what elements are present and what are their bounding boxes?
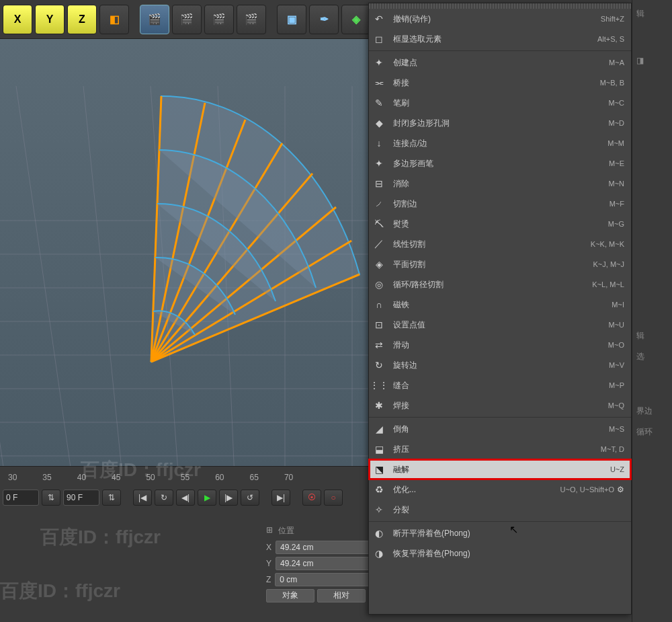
menu-item-循环/路径切割[interactable]: ◎循环/路径切割K~L, M~L (369, 274, 631, 295)
side-select[interactable]: 选 (635, 348, 669, 365)
menu-label: 倒角 (389, 424, 609, 435)
prev-key-button[interactable]: ↻ (155, 490, 173, 506)
animation-tool-1[interactable]: 🎬 (140, 5, 169, 34)
prev-frame-button[interactable]: ◀| (176, 490, 195, 506)
menu-item-磁铁[interactable]: ∩磁铁M~I (369, 295, 631, 315)
menu-item-恢复平滑着色(Phong)[interactable]: ◑恢复平滑着色(Phong) (369, 543, 631, 563)
autokey-button[interactable]: ○ (324, 490, 343, 506)
axis-x-button[interactable]: X (3, 5, 32, 34)
side-edit[interactable]: 辑 (635, 5, 669, 22)
timeline-ruler[interactable]: 3035 4045 5055 6065 70 (3, 469, 366, 485)
frame-current-input[interactable] (63, 490, 99, 506)
menu-item-设置点值[interactable]: ⊡设置点值M~U (369, 315, 631, 335)
menu-label: 滑动 (389, 340, 608, 351)
menu-shortcut: M~S (609, 425, 624, 433)
axis-y-button[interactable]: Y (35, 5, 65, 34)
menu-shortcut: M~Q (608, 401, 624, 410)
next-frame-button[interactable]: |▶ (219, 490, 238, 506)
menu-label: 旋转边 (389, 360, 609, 371)
menu-item-桥接[interactable]: ⫘桥接M~B, B (369, 73, 631, 93)
relative-mode-button[interactable]: 相对 (317, 589, 366, 602)
menu-item-平面切割[interactable]: ◈平面切割K~J, M~J (369, 254, 631, 274)
menu-icon: ✦ (369, 52, 389, 73)
z-label: Z (266, 575, 271, 584)
menu-item-线性切割[interactable]: ／线性切割K~K, M~K (369, 234, 631, 254)
side-boundary[interactable]: 界边 (635, 403, 669, 420)
menu-label: 断开平滑着色(Phong) (389, 528, 624, 539)
record-button[interactable]: ⦿ (302, 490, 321, 506)
svg-line-9 (16, 86, 83, 466)
object-mode-button[interactable]: 对象 (266, 589, 314, 602)
menu-shortcut: M~A (609, 59, 624, 67)
menu-label: 消除 (389, 178, 608, 190)
menu-label: 恢复平滑着色(Phong) (389, 548, 624, 559)
menu-item-断开平滑着色(Phong)[interactable]: ◐断开平滑着色(Phong) (369, 523, 631, 543)
play-button[interactable]: ▶ (198, 490, 216, 506)
menu-item-封闭多边形孔洞[interactable]: ◆封闭多边形孔洞M~D (369, 113, 631, 133)
side-panel: 辑 ◨ 辑 选 界边 循环 (632, 0, 672, 622)
menu-item-滑动[interactable]: ⇄滑动M~O (369, 335, 631, 355)
menu-item-分裂[interactable]: ✧分裂 (369, 500, 631, 520)
menu-icon: ↓ (369, 133, 389, 153)
menu-shortcut: K~L, M~L (592, 280, 624, 288)
menu-shortcut: M~V (609, 361, 624, 369)
spline-pen-button[interactable]: ✒ (309, 5, 339, 34)
goto-end-button[interactable]: ▶| (271, 490, 290, 506)
animation-tool-3[interactable]: 🎬 (204, 5, 234, 34)
menu-item-挤压[interactable]: ⬓挤压M~T, D (369, 439, 631, 459)
menu-item-倒角[interactable]: ◢倒角M~S (369, 419, 631, 439)
fan-mesh-object[interactable] (131, 89, 368, 379)
menu-grip[interactable] (369, 3, 631, 9)
menu-shortcut: Alt+S, S (597, 35, 624, 43)
menu-icon: ⬔ (369, 459, 389, 479)
menu-item-切割边[interactable]: ⟋切割边M~F (369, 194, 631, 214)
menu-item-撤销(动作)[interactable]: ↶撤销(动作)Shift+Z (369, 9, 631, 29)
context-menu: ↶撤销(动作)Shift+Z◻框显选取元素Alt+S, S✦创建点M~A⫘桥接M… (368, 3, 632, 615)
menu-item-缝合[interactable]: ⋮⋮缝合M~P (369, 375, 631, 395)
grid-icon: ⊞ (266, 525, 273, 537)
menu-icon: ⫘ (369, 73, 389, 93)
menu-item-优化...[interactable]: ♻优化...U~O, U~Shift+O⚙ (369, 479, 631, 500)
menu-item-旋转边[interactable]: ↻旋转边M~V (369, 355, 631, 375)
gear-icon[interactable]: ⚙ (617, 485, 624, 494)
menu-label: 循环/路径切割 (389, 279, 592, 290)
menu-icon: ✧ (369, 500, 389, 520)
axis-z-button[interactable]: Z (67, 5, 97, 34)
menu-label: 挤压 (389, 444, 601, 455)
menu-item-创建点[interactable]: ✦创建点M~A (369, 52, 631, 73)
menu-icon: ∩ (369, 295, 389, 315)
next-key-button[interactable]: ↺ (241, 490, 259, 506)
coord-system-button[interactable]: ◧ (99, 5, 129, 34)
menu-icon: ⛏ (369, 214, 389, 234)
menu-label: 熨烫 (389, 219, 608, 230)
generator-button[interactable]: ◈ (341, 5, 371, 34)
menu-item-多边形画笔[interactable]: ✦多边形画笔M~E (369, 153, 631, 173)
animation-tool-4[interactable]: 🎬 (237, 5, 266, 34)
menu-shortcut: K~K, M~K (591, 240, 624, 248)
menu-shortcut: K~J, M~J (593, 260, 624, 268)
menu-label: 连接点/边 (389, 138, 607, 149)
menu-item-消除[interactable]: ⊟消除M~N (369, 173, 631, 194)
frame-arrows-icon[interactable]: ⇅ (42, 490, 60, 506)
svg-line-10 (83, 86, 130, 466)
side-edit-2[interactable]: 辑 (635, 327, 669, 344)
primitive-cube-button[interactable]: ▣ (277, 5, 306, 34)
menu-item-连接点/边[interactable]: ↓连接点/边M~M (369, 133, 631, 153)
menu-item-笔刷[interactable]: ✎笔刷M~C (369, 93, 631, 113)
frame-start-input[interactable] (3, 490, 39, 506)
menu-shortcut: M~N (608, 180, 624, 188)
animation-tool-2[interactable]: 🎬 (172, 5, 202, 34)
menu-shortcut: M~E (609, 159, 624, 167)
menu-icon: ✦ (369, 153, 389, 173)
frame-arrows-2-icon[interactable]: ⇅ (102, 490, 121, 506)
menu-item-融解[interactable]: ⬔融解U~Z (369, 459, 631, 479)
menu-label: 平面切割 (389, 259, 593, 270)
menu-icon: ⋮⋮ (369, 375, 389, 395)
menu-item-熨烫[interactable]: ⛏熨烫M~G (369, 214, 631, 234)
menu-item-框显选取元素[interactable]: ◻框显选取元素Alt+S, S (369, 29, 631, 49)
side-loop[interactable]: 循环 (635, 424, 669, 440)
menu-item-焊接[interactable]: ✱焊接M~Q (369, 395, 631, 416)
menu-label: 多边形画笔 (389, 158, 609, 169)
goto-start-button[interactable]: |◀ (133, 490, 152, 506)
3d-viewport[interactable] (0, 39, 368, 466)
